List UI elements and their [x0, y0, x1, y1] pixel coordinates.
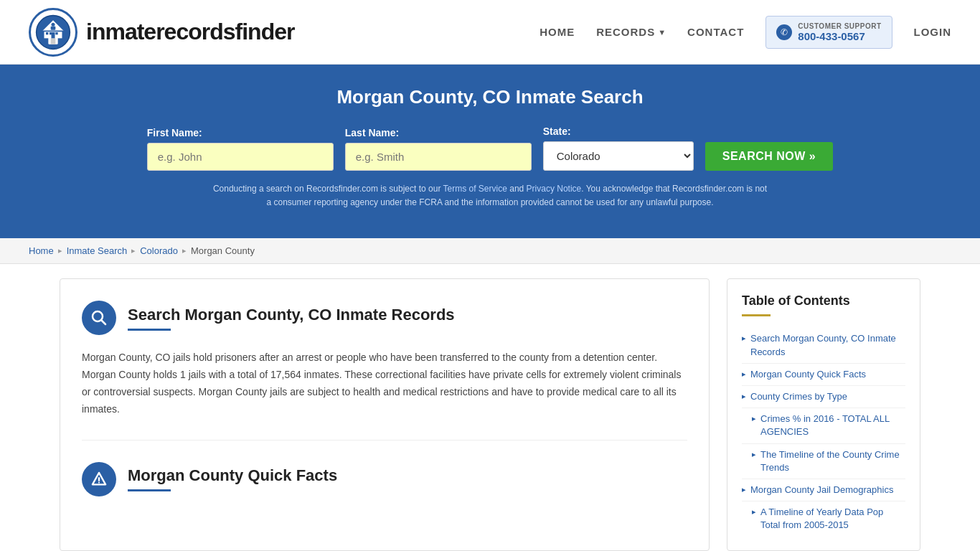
nav-home[interactable]: HOME	[540, 26, 575, 38]
toc-item-3[interactable]: ▸ County Crimes by Type	[742, 386, 905, 408]
toc-underline	[742, 314, 771, 316]
toc-item-6[interactable]: ▸ Morgan County Jail Demographics	[742, 479, 905, 501]
state-label: State:	[543, 126, 571, 137]
breadcrumb-colorado[interactable]: Colorado	[140, 245, 178, 256]
section-title-2: Morgan County Quick Facts	[128, 466, 337, 485]
hero-section: Morgan County, CO Inmate Search First Na…	[0, 65, 980, 238]
section-title-1: Search Morgan County, CO Inmate Records	[128, 306, 455, 324]
toc-title: Table of Contents	[742, 293, 905, 309]
section-header-1: Search Morgan County, CO Inmate Records	[82, 301, 687, 335]
chevron-icon-1: ▸	[742, 334, 746, 343]
content-area: Search Morgan County, CO Inmate Records …	[60, 278, 710, 551]
svg-point-16	[98, 481, 100, 483]
search-section-icon	[82, 301, 116, 335]
hero-disclaimer: Conducting a search on Recordsfinder.com…	[210, 182, 770, 209]
last-name-label: Last Name:	[345, 127, 399, 138]
section-title-underline-1	[128, 329, 171, 331]
svg-rect-7	[55, 32, 57, 34]
state-group: State: Colorado Alabama Alaska Arizona C…	[543, 126, 694, 171]
section-title-underline-2	[128, 489, 171, 491]
toc-item-2[interactable]: ▸ Morgan County Quick Facts	[742, 364, 905, 386]
svg-rect-5	[46, 32, 48, 34]
sidebar: Table of Contents ▸ Search Morgan County…	[727, 278, 920, 551]
logo-text: inmaterecordsfinder	[86, 19, 294, 45]
breadcrumb-current: Morgan County	[191, 245, 255, 256]
customer-support-label: CUSTOMER SUPPORT	[798, 22, 881, 30]
logo-icon	[29, 8, 77, 57]
section-body-1: Morgan County, CO jails hold prisoners a…	[82, 349, 687, 418]
tos-link[interactable]: Terms of Service	[443, 184, 507, 194]
nav-records-wrapper[interactable]: RECORDS ▼	[596, 26, 666, 38]
section-header-2: Morgan County Quick Facts	[82, 462, 687, 496]
breadcrumb-sep-3: ▸	[182, 246, 187, 255]
toc-box: Table of Contents ▸ Search Morgan County…	[727, 278, 920, 551]
section-title-block-1: Search Morgan County, CO Inmate Records	[128, 306, 455, 331]
site-header: inmaterecordsfinder HOME RECORDS ▼ CONTA…	[0, 0, 980, 65]
toc-link-7[interactable]: A Timeline of Yearly Data Pop Total from…	[760, 506, 905, 532]
breadcrumb-sep-1: ▸	[58, 246, 62, 255]
toc-link-3[interactable]: County Crimes by Type	[750, 390, 847, 403]
hero-title: Morgan County, CO Inmate Search	[29, 86, 951, 108]
svg-point-11	[52, 22, 55, 26]
toc-item-5[interactable]: ▸ The Timeline of the County Crime Trend…	[742, 444, 905, 479]
svg-rect-10	[51, 26, 56, 29]
quick-facts-section: Morgan County Quick Facts	[82, 462, 687, 496]
privacy-link[interactable]: Privacy Notice	[527, 184, 582, 194]
toc-link-6[interactable]: Morgan County Jail Demographics	[750, 484, 893, 496]
customer-support-box: ✆ CUSTOMER SUPPORT 800-433-0567	[765, 16, 892, 49]
chevron-down-icon: ▼	[658, 28, 666, 37]
nav-login[interactable]: LOGIN	[914, 26, 952, 38]
customer-support-info: CUSTOMER SUPPORT 800-433-0567	[798, 22, 881, 42]
breadcrumb-sep-2: ▸	[131, 246, 136, 255]
search-form: First Name: Last Name: State: Colorado A…	[29, 126, 951, 171]
toc-item-4[interactable]: ▸ Crimes % in 2016 - TOTAL ALL AGENCIES	[742, 408, 905, 443]
logo-area: inmaterecordsfinder	[29, 8, 294, 57]
main-container: Search Morgan County, CO Inmate Records …	[31, 278, 949, 551]
quick-facts-section-icon	[82, 462, 116, 496]
phone-icon: ✆	[776, 24, 792, 40]
svg-rect-8	[52, 32, 55, 38]
chevron-icon-6: ▸	[742, 485, 746, 494]
inmate-records-section: Search Morgan County, CO Inmate Records …	[82, 301, 687, 418]
breadcrumb-home[interactable]: Home	[29, 245, 54, 256]
svg-line-13	[102, 321, 106, 325]
last-name-input[interactable]	[345, 143, 532, 171]
first-name-input[interactable]	[147, 143, 334, 171]
nav-contact[interactable]: CONTACT	[687, 26, 744, 38]
toc-link-4[interactable]: Crimes % in 2016 - TOTAL ALL AGENCIES	[760, 413, 905, 438]
toc-link-2[interactable]: Morgan County Quick Facts	[750, 368, 866, 381]
customer-support-number: 800-433-0567	[798, 30, 881, 42]
main-nav: HOME RECORDS ▼ CONTACT ✆ CUSTOMER SUPPOR…	[540, 16, 951, 49]
first-name-group: First Name:	[147, 127, 334, 171]
chevron-icon-3: ▸	[742, 392, 746, 401]
breadcrumb-inmate-search[interactable]: Inmate Search	[67, 245, 128, 256]
nav-records[interactable]: RECORDS	[596, 26, 655, 38]
chevron-icon-5: ▸	[752, 450, 756, 459]
first-name-label: First Name:	[147, 127, 202, 138]
last-name-group: Last Name:	[345, 127, 532, 171]
section-divider	[82, 440, 687, 441]
toc-link-5[interactable]: The Timeline of the County Crime Trends	[760, 448, 905, 474]
toc-item-7[interactable]: ▸ A Timeline of Yearly Data Pop Total fr…	[742, 501, 905, 536]
breadcrumb: Home ▸ Inmate Search ▸ Colorado ▸ Morgan…	[0, 238, 980, 264]
chevron-icon-4: ▸	[752, 414, 756, 423]
chevron-icon-7: ▸	[752, 507, 756, 517]
state-select[interactable]: Colorado Alabama Alaska Arizona Californ…	[543, 141, 694, 171]
chevron-icon-2: ▸	[742, 369, 746, 379]
search-button[interactable]: SEARCH NOW »	[705, 142, 833, 171]
toc-link-1[interactable]: Search Morgan County, CO Inmate Records	[750, 332, 905, 358]
section-title-block-2: Morgan County Quick Facts	[128, 466, 337, 491]
toc-item-1[interactable]: ▸ Search Morgan County, CO Inmate Record…	[742, 328, 905, 363]
